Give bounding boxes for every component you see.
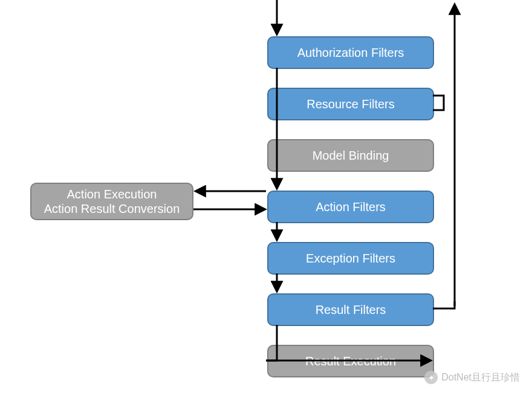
watermark-text: DotNet且行且珍惜 [441,371,520,384]
diagram-canvas: Authorization Filters Resource Filters M… [0,0,532,395]
wechat-icon: ✦ [424,371,438,384]
flow-arrows [0,0,532,395]
watermark: ✦ DotNet且行且珍惜 [424,371,520,384]
